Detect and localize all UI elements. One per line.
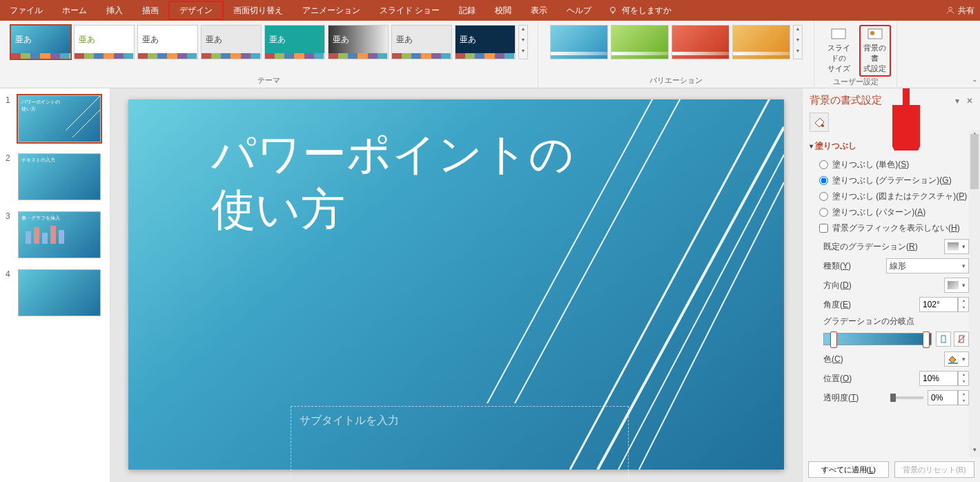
svg-line-7 bbox=[72, 96, 101, 137]
reset-background-button[interactable]: 背景のリセット(B) bbox=[894, 461, 975, 478]
gradient-stops-track[interactable] bbox=[823, 333, 932, 345]
angle-spinner[interactable]: ▴▾ bbox=[958, 297, 969, 312]
tab-slideshow[interactable]: スライド ショー bbox=[370, 1, 449, 20]
theme-gallery[interactable]: 亜あ 亜あ 亜あ 亜あ 亜あ 亜あ 亜あ 亜あ ▴▾▾ bbox=[10, 25, 528, 59]
transparency-slider[interactable] bbox=[890, 396, 923, 399]
themes-label: テーマ bbox=[257, 75, 280, 86]
angle-label: 角度(E) bbox=[823, 299, 851, 311]
svg-rect-9 bbox=[34, 227, 39, 244]
svg-line-15 bbox=[639, 182, 784, 470]
variant-gallery-more[interactable]: ▴▾▾ bbox=[793, 25, 803, 59]
variant-thumb-2[interactable] bbox=[611, 25, 669, 59]
theme-preview: 亜あ bbox=[265, 26, 324, 53]
ribbon-group-variants: ▴▾▾ バリエーション bbox=[538, 21, 814, 88]
theme-thumb-4[interactable]: 亜あ bbox=[201, 25, 262, 59]
tab-draw[interactable]: 描画 bbox=[133, 1, 168, 20]
theme-thumb-1[interactable]: 亜あ bbox=[10, 25, 71, 59]
slide-subtitle-placeholder[interactable]: サブタイトルを入力 bbox=[291, 406, 629, 482]
svg-rect-3 bbox=[832, 29, 845, 39]
transparency-spinner[interactable]: ▴▾ bbox=[958, 390, 969, 405]
fill-section-header[interactable]: 塗りつぶし bbox=[803, 136, 980, 156]
svg-rect-12 bbox=[59, 230, 64, 244]
position-input[interactable] bbox=[919, 371, 958, 386]
svg-line-6 bbox=[66, 95, 101, 131]
theme-thumb-6[interactable]: 亜あ bbox=[328, 25, 389, 59]
thumb-num: 2 bbox=[6, 153, 12, 200]
collapse-ribbon-button[interactable]: ⌃ bbox=[972, 79, 977, 86]
tab-record[interactable]: 記録 bbox=[449, 1, 485, 20]
direction-dropdown[interactable]: ▾ bbox=[944, 278, 969, 293]
hide-bg-graphics-checkbox[interactable]: 背景グラフィックを表示しない(H) bbox=[819, 222, 969, 234]
theme-preview: 亜あ bbox=[329, 26, 388, 53]
slide-thumbnail-3[interactable]: 3 表・グラフを挿入 bbox=[6, 211, 104, 258]
tell-me-search[interactable]: 何をしますか bbox=[608, 5, 672, 17]
tab-insert[interactable]: 挿入 bbox=[97, 1, 133, 20]
color-dropdown[interactable]: ▾ bbox=[944, 351, 969, 367]
pane-close-button[interactable]: ✕ bbox=[966, 96, 973, 106]
user-settings-label: ユーザー設定 bbox=[833, 77, 879, 87]
variants-label: バリエーション bbox=[649, 75, 703, 86]
tab-review[interactable]: 校閲 bbox=[485, 1, 521, 20]
fill-gradient-radio[interactable]: 塗りつぶし (グラデーション)(G) bbox=[819, 175, 969, 186]
variant-thumb-1[interactable] bbox=[550, 25, 608, 59]
add-stop-icon bbox=[939, 335, 948, 343]
variant-thumb-3[interactable] bbox=[672, 25, 729, 59]
slide-thumbnail-4[interactable]: 4 bbox=[6, 269, 104, 316]
theme-thumb-3[interactable]: 亜あ bbox=[137, 25, 198, 59]
preset-gradient-dropdown[interactable]: ▾ bbox=[944, 239, 969, 254]
theme-gallery-more[interactable]: ▴▾▾ bbox=[518, 25, 528, 59]
slide-thumbnail-1[interactable]: 1 パワーポイントの 使い方 bbox=[6, 95, 104, 142]
pane-options-button[interactable]: ▾ bbox=[955, 96, 959, 106]
ribbon: 亜あ 亜あ 亜あ 亜あ 亜あ 亜あ 亜あ 亜あ ▴▾▾ テーマ ▴▾▾ バリエー… bbox=[0, 21, 980, 88]
transparency-input[interactable] bbox=[928, 390, 958, 405]
add-gradient-stop-button[interactable] bbox=[936, 331, 951, 347]
remove-gradient-stop-button[interactable] bbox=[954, 331, 969, 347]
slide-canvas[interactable]: パワーポイントの 使い方 サブタイトルを入力 bbox=[128, 99, 784, 470]
theme-thumb-2[interactable]: 亜あ bbox=[74, 25, 135, 59]
apply-to-all-button[interactable]: すべてに適用(L) bbox=[808, 461, 889, 478]
lightbulb-icon bbox=[608, 6, 618, 15]
ribbon-group-user-settings: スライドの サイズ 背景の書 式設定 ユーザー設定 bbox=[814, 21, 897, 88]
gradient-stop-2[interactable] bbox=[923, 331, 930, 348]
fill-tab-icon[interactable] bbox=[810, 113, 829, 132]
theme-thumb-5[interactable]: 亜あ bbox=[264, 25, 325, 59]
thumb-title: テキストの入力 bbox=[19, 154, 100, 166]
svg-rect-11 bbox=[50, 226, 56, 244]
slide-size-label: スライドの サイズ bbox=[824, 43, 854, 74]
theme-thumb-8[interactable]: 亜あ bbox=[455, 25, 516, 59]
fill-picture-radio[interactable]: 塗りつぶし (図またはテクスチャ)(P) bbox=[819, 191, 969, 202]
chart-icon bbox=[26, 224, 95, 245]
angle-input[interactable] bbox=[919, 297, 958, 312]
svg-rect-4 bbox=[868, 29, 882, 39]
tab-transitions[interactable]: 画面切り替え bbox=[224, 1, 293, 20]
theme-preview: 亜あ bbox=[75, 26, 134, 53]
slide-thumbnail-2[interactable]: 2 テキストの入力 bbox=[6, 153, 104, 200]
scroll-down-arrow[interactable]: ▾ bbox=[969, 446, 980, 457]
variant-gallery[interactable]: ▴▾▾ bbox=[550, 25, 803, 59]
tab-view[interactable]: 表示 bbox=[521, 1, 557, 20]
svg-rect-24 bbox=[948, 363, 958, 364]
variant-thumb-4[interactable] bbox=[732, 25, 790, 59]
share-icon bbox=[945, 6, 955, 15]
type-dropdown[interactable]: 線形▾ bbox=[886, 258, 969, 273]
slide-size-button[interactable]: スライドの サイズ bbox=[820, 25, 858, 77]
tab-file[interactable]: ファイル bbox=[0, 1, 52, 20]
tab-help[interactable]: ヘルプ bbox=[557, 1, 601, 20]
gradient-stop-1[interactable] bbox=[830, 331, 837, 348]
tab-design[interactable]: デザイン bbox=[168, 1, 224, 20]
svg-rect-8 bbox=[26, 231, 31, 244]
tab-home[interactable]: ホーム bbox=[52, 1, 97, 20]
format-background-button[interactable]: 背景の書 式設定 bbox=[859, 25, 891, 77]
ribbon-tab-bar: ファイル ホーム 挿入 描画 デザイン 画面切り替え アニメーション スライド … bbox=[0, 0, 980, 21]
tab-animations[interactable]: アニメーション bbox=[293, 1, 370, 20]
tell-me-placeholder: 何をしますか bbox=[622, 5, 672, 17]
ribbon-group-themes: 亜あ 亜あ 亜あ 亜あ 亜あ 亜あ 亜あ 亜あ ▴▾▾ テーマ bbox=[0, 21, 538, 88]
position-spinner[interactable]: ▴▾ bbox=[958, 371, 969, 386]
fill-solid-radio[interactable]: 塗りつぶし (単色)(S) bbox=[819, 159, 969, 171]
slide-title-text[interactable]: パワーポイントの 使い方 bbox=[211, 127, 574, 238]
pane-scrollbar[interactable]: ▴ ▾ bbox=[969, 130, 980, 457]
share-button[interactable]: 共有 bbox=[945, 0, 974, 21]
theme-thumb-7[interactable]: 亜あ bbox=[391, 25, 452, 59]
fill-pattern-radio[interactable]: 塗りつぶし (パターン)(A) bbox=[819, 206, 969, 218]
scrollbar-thumb[interactable] bbox=[970, 134, 979, 189]
